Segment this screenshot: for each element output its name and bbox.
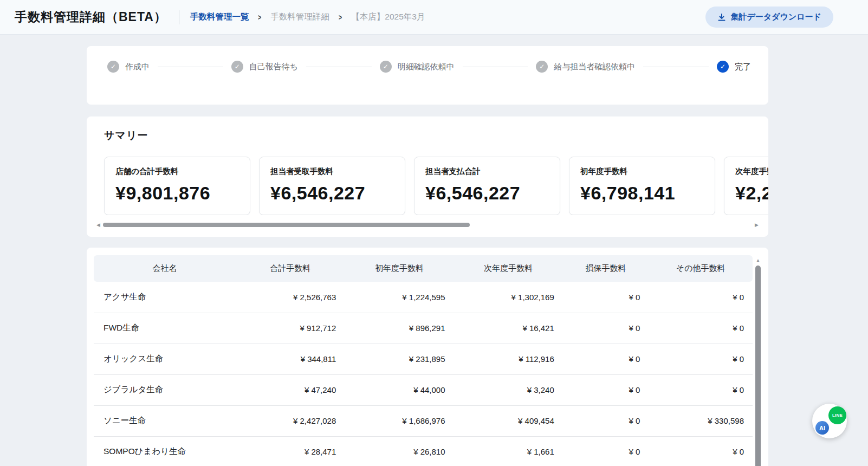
header-row: 会社名 合計手数料 初年度手数料 次年度手数料 損保手数料 その他手数料 (94, 255, 753, 282)
table-row: ソニー生命 ¥ 2,427,028 ¥ 1,686,976 ¥ 409,454 … (94, 405, 753, 436)
card-value: ¥9,801,876 (115, 183, 239, 204)
nonlife-fee-cell: ¥ 0 (563, 405, 649, 436)
stepper-step-detail-confirm: ✓ 明細確認依頼中 (380, 61, 455, 73)
total-fee-cell: ¥ 912,712 (236, 313, 345, 344)
scrollbar-thumb[interactable] (103, 223, 470, 227)
card-label: 担当者受取手数料 (270, 166, 394, 177)
line-icon[interactable]: LINE (828, 406, 846, 424)
first-year-fee-cell: ¥ 1,686,976 (345, 405, 454, 436)
breadcrumb-link-fee-list[interactable]: 手数料管理一覧 (190, 11, 249, 23)
company-name-cell: SOMPOひまわり生命 (94, 436, 236, 466)
breadcrumb: 手数料管理一覧 > 手数料管理詳細 > 【本店】2025年3月 (190, 11, 425, 23)
fee-table-panel: 会社名 合計手数料 初年度手数料 次年度手数料 損保手数料 その他手数料 アクサ… (87, 248, 768, 466)
company-name-cell: オリックス生命 (94, 344, 236, 374)
chevron-right-icon: > (339, 13, 342, 22)
ai-chat-icon[interactable]: AI (814, 420, 830, 436)
scroll-right-icon[interactable]: ▶ (755, 223, 759, 228)
column-header-other-fee: その他手数料 (649, 255, 753, 282)
other-fee-cell: ¥ 0 (649, 344, 753, 374)
scroll-left-icon[interactable]: ◀ (96, 223, 100, 228)
step-label: 完了 (735, 62, 751, 72)
step-connector (158, 67, 223, 67)
fee-table-body: アクサ生命 ¥ 2,526,763 ¥ 1,224,595 ¥ 1,302,16… (94, 282, 753, 466)
summary-card-shop-total-fee: 店舗の合計手数料 ¥9,801,876 (104, 157, 250, 215)
company-name-cell: ソニー生命 (94, 405, 236, 436)
next-year-fee-cell: ¥ 1,661 (454, 436, 563, 466)
stepper-step-payroll-confirm: ✓ 給与担当者確認依頼中 (536, 61, 635, 73)
download-button-label: 集計データダウンロード (731, 12, 821, 22)
page-title: 手数料管理詳細（BETA） (15, 9, 167, 25)
next-year-fee-cell: ¥ 1,302,169 (454, 282, 563, 313)
card-value: ¥6,798,141 (580, 183, 704, 204)
chevron-right-icon: > (258, 13, 261, 22)
title-divider (179, 10, 179, 24)
summary-card-agent-received-fee: 担当者受取手数料 ¥6,546,227 (259, 157, 405, 215)
breadcrumb-detail: 【本店】2025年3月 (351, 11, 425, 23)
scrollbar-track[interactable] (103, 223, 752, 227)
company-name-cell: アクサ生命 (94, 282, 236, 313)
nonlife-fee-cell: ¥ 0 (563, 313, 649, 344)
scroll-up-icon[interactable]: ▲ (756, 258, 760, 263)
check-icon: ✓ (107, 61, 119, 73)
total-fee-cell: ¥ 344,811 (236, 344, 345, 374)
column-header-nonlife-fee: 損保手数料 (563, 255, 649, 282)
check-icon: ✓ (536, 61, 548, 73)
card-label: 次年度手数料 (735, 166, 768, 177)
total-fee-cell: ¥ 28,471 (236, 436, 345, 466)
company-name-cell: FWD生命 (94, 313, 236, 344)
first-year-fee-cell: ¥ 896,291 (345, 313, 454, 344)
summary-panel: サマリー 店舗の合計手数料 ¥9,801,876 担当者受取手数料 ¥6,546… (87, 116, 768, 237)
stepper-step-complete: ✓ 完了 (717, 61, 751, 73)
summary-card-first-year-fee: 初年度手数料 ¥6,798,141 (569, 157, 715, 215)
column-header-company: 会社名 (94, 255, 236, 282)
card-value: ¥2,210 (735, 183, 768, 204)
table-vertical-scrollbar: ▲ (754, 255, 762, 466)
step-label: 給与担当者確認依頼中 (554, 62, 635, 72)
nonlife-fee-cell: ¥ 0 (563, 436, 649, 466)
next-year-fee-cell: ¥ 409,454 (454, 405, 563, 436)
app-root: 手数料管理詳細（BETA） 手数料管理一覧 > 手数料管理詳細 > 【本店】20… (0, 0, 868, 466)
check-icon: ✓ (231, 61, 243, 73)
nonlife-fee-cell: ¥ 0 (563, 344, 649, 374)
check-icon: ✓ (380, 61, 392, 73)
next-year-fee-cell: ¥ 3,240 (454, 374, 563, 405)
first-year-fee-cell: ¥ 231,895 (345, 344, 454, 374)
table-row: ジブラルタ生命 ¥ 47,240 ¥ 44,000 ¥ 3,240 ¥ 0 ¥ … (94, 374, 753, 405)
summary-title: サマリー (104, 128, 768, 143)
card-value: ¥6,546,227 (270, 183, 394, 204)
table-row: オリックス生命 ¥ 344,811 ¥ 231,895 ¥ 112,916 ¥ … (94, 344, 753, 374)
other-fee-cell: ¥ 0 (649, 282, 753, 313)
step-connector (463, 67, 528, 67)
total-fee-cell: ¥ 2,526,763 (236, 282, 345, 313)
column-header-total-fee: 合計手数料 (236, 255, 345, 282)
total-fee-cell: ¥ 47,240 (236, 374, 345, 405)
card-label: 初年度手数料 (580, 166, 704, 177)
next-year-fee-cell: ¥ 112,916 (454, 344, 563, 374)
summary-card-agent-paid-total: 担当者支払合計 ¥6,546,227 (414, 157, 560, 215)
fee-table: 会社名 合計手数料 初年度手数料 次年度手数料 損保手数料 その他手数料 アクサ… (94, 255, 753, 466)
download-data-button[interactable]: 集計データダウンロード (705, 7, 833, 28)
first-year-fee-cell: ¥ 1,224,595 (345, 282, 454, 313)
status-stepper: ✓ 作成中 ✓ 自己報告待ち ✓ 明細確認依頼中 ✓ 給与担当者確認依頼中 ✓ … (107, 61, 751, 73)
nonlife-fee-cell: ¥ 0 (563, 374, 649, 405)
summary-card-next-year-fee: 次年度手数料 ¥2,210 (724, 157, 768, 215)
other-fee-cell: ¥ 0 (649, 313, 753, 344)
other-fee-cell: ¥ 0 (649, 374, 753, 405)
column-header-first-year-fee: 初年度手数料 (345, 255, 454, 282)
company-name-cell: ジブラルタ生命 (94, 374, 236, 405)
stepper-step-self-report: ✓ 自己報告待ち (231, 61, 298, 73)
other-fee-cell: ¥ 330,598 (649, 405, 753, 436)
status-stepper-panel: ✓ 作成中 ✓ 自己報告待ち ✓ 明細確認依頼中 ✓ 給与担当者確認依頼中 ✓ … (87, 46, 768, 105)
card-label: 店舗の合計手数料 (115, 166, 239, 177)
stepper-step-creating: ✓ 作成中 (107, 61, 150, 73)
summary-cards: 店舗の合計手数料 ¥9,801,876 担当者受取手数料 ¥6,546,227 … (87, 157, 768, 215)
other-fee-cell: ¥ 0 (649, 436, 753, 466)
fee-table-wrap: 会社名 合計手数料 初年度手数料 次年度手数料 損保手数料 その他手数料 アクサ… (94, 255, 753, 466)
nonlife-fee-cell: ¥ 0 (563, 282, 649, 313)
step-connector (306, 67, 372, 67)
card-label: 担当者支払合計 (425, 166, 549, 177)
check-icon: ✓ (717, 61, 729, 73)
scrollbar-thumb[interactable] (755, 266, 761, 466)
table-row: アクサ生命 ¥ 2,526,763 ¥ 1,224,595 ¥ 1,302,16… (94, 282, 753, 313)
chat-widget[interactable]: LINE AI (812, 404, 847, 438)
